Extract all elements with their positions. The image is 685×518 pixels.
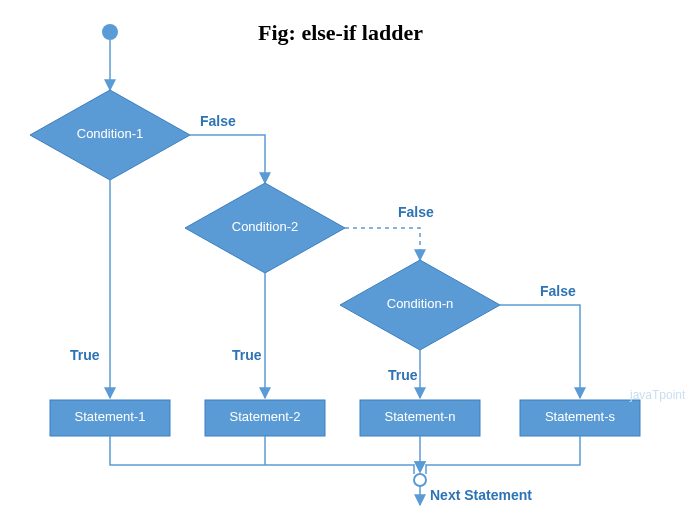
- condition-n-node: Condition-n: [340, 260, 500, 350]
- watermark: javaTpoint: [629, 388, 685, 402]
- statement-s-node: Statement-s: [520, 400, 640, 436]
- c2-true-label: True: [232, 347, 262, 363]
- statement-2-label: Statement-2: [230, 409, 301, 424]
- statement-1-node: Statement-1: [50, 400, 170, 436]
- cn-false-label: False: [540, 283, 576, 299]
- c1-false-label: False: [200, 113, 236, 129]
- condition-n-label: Condition-n: [387, 296, 454, 311]
- statement-n-label: Statement-n: [385, 409, 456, 424]
- merge-connector: [414, 474, 426, 486]
- c2-false-label: False: [398, 204, 434, 220]
- c1-true-label: True: [70, 347, 100, 363]
- condition-2-node: Condition-2: [185, 183, 345, 273]
- figure-title: Fig: else-if ladder: [258, 20, 423, 45]
- statement-1-label: Statement-1: [75, 409, 146, 424]
- flowchart: Fig: else-if ladder Condition-1 True Fal…: [0, 0, 685, 518]
- condition-1-node: Condition-1: [30, 90, 190, 180]
- condition-1-label: Condition-1: [77, 126, 144, 141]
- statement-2-node: Statement-2: [205, 400, 325, 436]
- next-statement-label: Next Statement: [430, 487, 532, 503]
- start-node: [102, 24, 118, 40]
- condition-2-label: Condition-2: [232, 219, 299, 234]
- statement-s-label: Statement-s: [545, 409, 616, 424]
- statement-n-node: Statement-n: [360, 400, 480, 436]
- cn-true-label: True: [388, 367, 418, 383]
